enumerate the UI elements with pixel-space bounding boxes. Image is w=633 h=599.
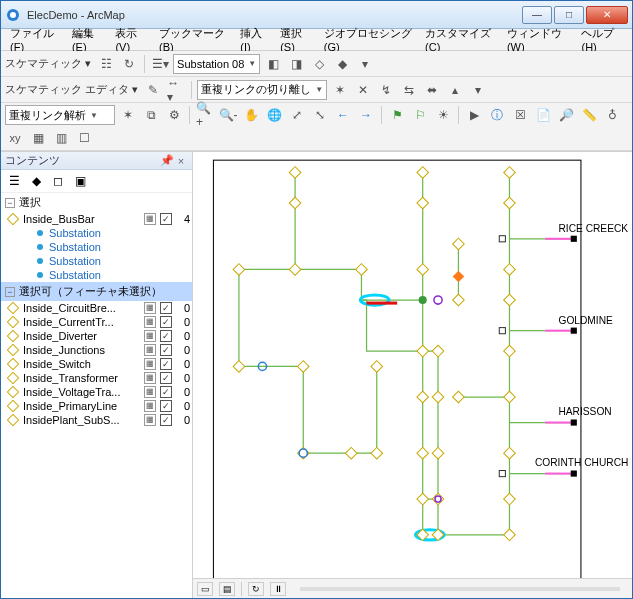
schematic-tool5-icon[interactable]: ▾ — [355, 54, 375, 74]
close-button[interactable]: ✕ — [586, 6, 628, 24]
layer-select-tool-icon[interactable]: ▦ — [144, 213, 156, 225]
layer-select-tool-icon[interactable]: ▦ — [144, 316, 156, 328]
list-by-source-icon[interactable]: ◆ — [27, 173, 45, 189]
fixed-zoom-out-icon[interactable]: ⤡ — [310, 105, 330, 125]
find-icon[interactable]: 📄 — [533, 105, 553, 125]
layout-icon-2[interactable]: ✕ — [353, 80, 373, 100]
layer-select-tool-icon[interactable]: ▦ — [144, 386, 156, 398]
layout-icon-1[interactable]: ✶ — [330, 80, 350, 100]
layout-icon-3[interactable]: ↯ — [376, 80, 396, 100]
move-tool-icon[interactable]: ↔ ▾ — [166, 80, 186, 100]
refresh-icon[interactable]: ↻ — [248, 582, 264, 596]
back-icon[interactable]: ← — [333, 105, 353, 125]
map-canvas[interactable]: RICE CREECK GOLDMINE HARISSON CORINTH CH… — [193, 152, 632, 578]
measure-icon[interactable]: 📏 — [579, 105, 599, 125]
layer-row[interactable]: Inside_Transformer▦✓0 — [1, 371, 192, 385]
zoom-out-icon[interactable]: 🔍- — [218, 105, 238, 125]
layer-select-tool-icon[interactable]: ▦ — [144, 414, 156, 426]
pin-icon[interactable]: 📌 — [160, 154, 174, 167]
layer-row[interactable]: Inside_CircuitBre...▦✓0 — [1, 301, 192, 315]
flag2-icon[interactable]: ⚐ — [410, 105, 430, 125]
layer-visibility-checkbox[interactable]: ✓ — [160, 358, 172, 370]
layer-row[interactable]: Inside_VoltageTra...▦✓0 — [1, 385, 192, 399]
substation-item[interactable]: Substation — [1, 226, 192, 240]
list-by-drawing-icon[interactable]: ☰ — [5, 173, 23, 189]
flag3-icon[interactable]: ☀ — [433, 105, 453, 125]
forward-icon[interactable]: → — [356, 105, 376, 125]
substation-item[interactable]: Substation — [1, 268, 192, 282]
identify-icon[interactable]: ⓘ — [487, 105, 507, 125]
flag-icon[interactable]: ⚑ — [387, 105, 407, 125]
tbl-icon[interactable]: ▦ — [28, 128, 48, 148]
layer-row[interactable]: Inside_PrimaryLine▦✓0 — [1, 399, 192, 413]
maximize-button[interactable]: □ — [554, 6, 584, 24]
schematic-tool3-icon[interactable]: ◇ — [309, 54, 329, 74]
layout-icon-5[interactable]: ⬌ — [422, 80, 442, 100]
layout-icon-4[interactable]: ⇆ — [399, 80, 419, 100]
layer-select-tool-icon[interactable]: ▦ — [144, 358, 156, 370]
layer-visibility-checkbox[interactable]: ✓ — [160, 400, 172, 412]
layer-row[interactable]: Inside_Switch▦✓0 — [1, 357, 192, 371]
layout-view-icon[interactable]: ▤ — [219, 582, 235, 596]
toc-header: コンテンツ 📌 × — [1, 152, 192, 170]
gen-diagram-icon[interactable]: ☷ — [96, 54, 116, 74]
schematic-tool2-icon[interactable]: ◨ — [286, 54, 306, 74]
task-selector[interactable]: 重複リンク解析▼ — [5, 105, 115, 125]
layer-row[interactable]: Inside_Junctions▦✓0 — [1, 343, 192, 357]
zoom-in-icon[interactable]: 🔍+ — [195, 105, 215, 125]
layer-visibility-checkbox[interactable]: ✓ — [160, 386, 172, 398]
minimize-button[interactable]: — — [522, 6, 552, 24]
pause-icon[interactable]: ⏸ — [270, 582, 286, 596]
layout-icon-7[interactable]: ▾ — [468, 80, 488, 100]
goto-xy-icon[interactable]: xy — [5, 128, 25, 148]
layer-row[interactable]: Inside_Diverter▦✓0 — [1, 329, 192, 343]
collapse-icon[interactable]: − — [5, 198, 15, 208]
network-selector[interactable]: Substation 08▼ — [173, 54, 260, 74]
tbl2-icon[interactable]: ▥ — [51, 128, 71, 148]
layer-row[interactable]: Inside_CurrentTr...▦✓0 — [1, 315, 192, 329]
layer-visibility-checkbox[interactable]: ✓ — [160, 316, 172, 328]
layer-visibility-checkbox[interactable]: ✓ — [160, 414, 172, 426]
diagram-list-icon[interactable]: ☰▾ — [150, 54, 170, 74]
task-tool-1[interactable]: ✶ — [118, 105, 138, 125]
update-diagram-icon[interactable]: ↻ — [119, 54, 139, 74]
list-by-selection-icon[interactable]: ▣ — [71, 173, 89, 189]
schematic-tool-icon[interactable]: ◧ — [263, 54, 283, 74]
findxy-icon[interactable]: ♁ — [602, 105, 622, 125]
data-view-icon[interactable]: ▭ — [197, 582, 213, 596]
tbl3-icon[interactable]: ☐ — [74, 128, 94, 148]
layer-select-tool-icon[interactable]: ▦ — [144, 372, 156, 384]
layer-visibility-checkbox[interactable]: ✓ — [160, 213, 172, 225]
layer-visibility-checkbox[interactable]: ✓ — [160, 330, 172, 342]
select-icon[interactable]: ▶ — [464, 105, 484, 125]
layer-select-tool-icon[interactable]: ▦ — [144, 344, 156, 356]
full-extent-icon[interactable]: 🌐 — [264, 105, 284, 125]
layer-select-tool-icon[interactable]: ▦ — [144, 302, 156, 314]
edit-tool-icon[interactable]: ✎ — [143, 80, 163, 100]
substation-item[interactable]: Substation — [1, 254, 192, 268]
toc-group-selection[interactable]: − 選択 — [1, 193, 192, 212]
toc-close-icon[interactable]: × — [174, 155, 188, 167]
pan-icon[interactable]: ✋ — [241, 105, 261, 125]
layout-icon-6[interactable]: ▴ — [445, 80, 465, 100]
layer-select-tool-icon[interactable]: ▦ — [144, 330, 156, 342]
layer-select-tool-icon[interactable]: ▦ — [144, 400, 156, 412]
layer-visibility-checkbox[interactable]: ✓ — [160, 344, 172, 356]
layer-row[interactable]: InsidePlant_SubS...▦✓0 — [1, 413, 192, 427]
fixed-zoom-in-icon[interactable]: ⤢ — [287, 105, 307, 125]
schematic-tool4-icon[interactable]: ◆ — [332, 54, 352, 74]
clear-selection-icon[interactable]: ☒ — [510, 105, 530, 125]
layout-selector[interactable]: 重複リンクの切り離し▼ — [197, 80, 327, 100]
toolbar-schematic: スケマティック ▾ ☷ ↻ ☰▾ Substation 08▼ ◧ ◨ ◇ ◆ … — [1, 51, 632, 77]
toc-group-selectable[interactable]: − 選択可（フィーチャ未選択） — [1, 282, 192, 301]
collapse-icon[interactable]: − — [5, 287, 15, 297]
layer-row-selected[interactable]: Inside_BusBar ▦ ✓ 4 — [1, 212, 192, 226]
layer-visibility-checkbox[interactable]: ✓ — [160, 372, 172, 384]
find2-icon[interactable]: 🔎 — [556, 105, 576, 125]
substation-item[interactable]: Substation — [1, 240, 192, 254]
svg-rect-23 — [417, 197, 429, 209]
list-by-visibility-icon[interactable]: ◻ — [49, 173, 67, 189]
layer-visibility-checkbox[interactable]: ✓ — [160, 302, 172, 314]
task-tool-3[interactable]: ⚙ — [164, 105, 184, 125]
task-tool-2[interactable]: ⧉ — [141, 105, 161, 125]
